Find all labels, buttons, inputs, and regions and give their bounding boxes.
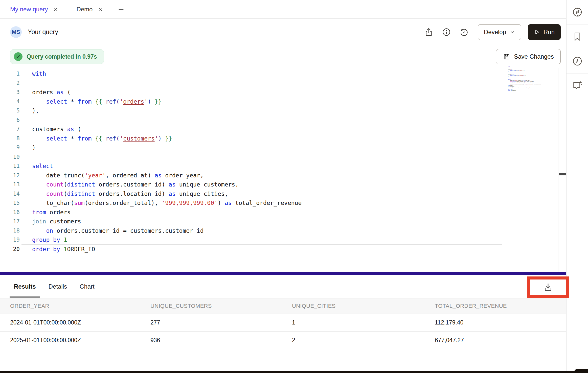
download-icon bbox=[543, 282, 553, 293]
panel-splitter[interactable] bbox=[0, 272, 566, 275]
share-button[interactable] bbox=[423, 26, 435, 38]
plus-icon bbox=[118, 6, 125, 13]
line-number: 15 bbox=[10, 198, 20, 208]
annotation-highlight bbox=[527, 276, 569, 298]
sidebar-item-bookmarks[interactable] bbox=[567, 25, 588, 49]
code-line[interactable]: to_char(sum(orders.order_total), '999,99… bbox=[32, 198, 556, 208]
table-cell: 2 bbox=[292, 337, 435, 344]
column-header: UNIQUE_CUSTOMERS bbox=[150, 303, 292, 309]
query-status-badge: Query completed in 0.97s bbox=[10, 49, 104, 64]
sidebar-item-explore[interactable] bbox=[567, 0, 588, 25]
new-tab-button[interactable] bbox=[111, 0, 131, 18]
line-number: 5 bbox=[10, 106, 20, 115]
code-line[interactable]: customers as ( bbox=[32, 125, 556, 134]
code-line[interactable] bbox=[32, 115, 556, 125]
scrollbar-handle[interactable] bbox=[559, 173, 566, 175]
editor-code[interactable]: withorders as ( select * from {{ ref('or… bbox=[32, 69, 556, 254]
line-number: 7 bbox=[10, 125, 20, 134]
code-line[interactable]: from orders bbox=[32, 208, 556, 217]
line-number: 9 bbox=[10, 143, 20, 152]
code-line[interactable] bbox=[32, 79, 556, 88]
line-number: 4 bbox=[10, 97, 20, 106]
sidebar-item-ai-assistant[interactable] bbox=[567, 74, 588, 98]
develop-dropdown[interactable]: Develop bbox=[478, 24, 521, 40]
code-line[interactable]: count(distinct orders.location_id) as un… bbox=[32, 189, 556, 199]
table-cell: 677,047.27 bbox=[435, 337, 566, 344]
share-icon bbox=[424, 27, 434, 37]
clock-icon bbox=[572, 55, 583, 67]
editor-scrollbar[interactable] bbox=[558, 68, 566, 272]
results-table: ORDER_YEARUNIQUE_CUSTOMERSUNIQUE_CITIEST… bbox=[0, 298, 566, 349]
info-icon bbox=[442, 27, 451, 37]
line-number: 16 bbox=[10, 208, 20, 217]
chevron-down-icon bbox=[510, 29, 515, 35]
close-icon[interactable] bbox=[53, 7, 58, 12]
line-number: 3 bbox=[10, 88, 20, 97]
screen-bottom-edge bbox=[0, 371, 588, 373]
run-button[interactable]: Run bbox=[528, 24, 561, 40]
right-sidebar bbox=[566, 0, 588, 373]
results-tab-details[interactable]: Details bbox=[44, 275, 71, 298]
tab-label: Demo bbox=[76, 6, 93, 13]
line-number: 8 bbox=[10, 134, 20, 143]
code-line[interactable]: with bbox=[32, 69, 556, 79]
column-header: TOTAL_ORDER_REVENUE bbox=[435, 303, 566, 309]
line-number: 12 bbox=[10, 171, 20, 180]
run-label: Run bbox=[544, 29, 555, 36]
table-cell: 936 bbox=[150, 337, 292, 344]
line-number: 17 bbox=[10, 217, 20, 226]
history-icon bbox=[459, 27, 469, 37]
code-line[interactable]: select bbox=[32, 161, 556, 171]
table-header-row: ORDER_YEARUNIQUE_CUSTOMERSUNIQUE_CITIEST… bbox=[0, 298, 566, 314]
code-line[interactable] bbox=[32, 152, 556, 162]
ai-chat-icon bbox=[572, 80, 583, 91]
code-line[interactable]: order by 1ORDER_ID bbox=[32, 245, 556, 254]
column-header: UNIQUE_CITIES bbox=[292, 303, 435, 309]
tab-label: My new query bbox=[10, 6, 48, 13]
sql-editor[interactable]: 1234567891011121314151617181920 withorde… bbox=[0, 68, 566, 272]
code-line[interactable]: join customers bbox=[32, 217, 556, 226]
code-line[interactable]: date_trunc('year', ordered_at) as order_… bbox=[32, 171, 556, 180]
table-cell: 1 bbox=[292, 319, 435, 326]
code-line[interactable]: select * from {{ ref('customers') }} bbox=[32, 134, 556, 143]
table-cell: 277 bbox=[150, 319, 292, 326]
close-icon[interactable] bbox=[98, 7, 103, 12]
line-number: 11 bbox=[10, 161, 20, 171]
line-number: 14 bbox=[10, 189, 20, 199]
save-changes-button[interactable]: Save Changes bbox=[496, 49, 561, 64]
sidebar-item-history[interactable] bbox=[567, 49, 588, 74]
results-tab-bar: ResultsDetailsChart bbox=[0, 275, 566, 298]
column-header: ORDER_YEAR bbox=[10, 303, 150, 309]
results-tab-results[interactable]: Results bbox=[10, 275, 40, 298]
code-line[interactable]: ), bbox=[32, 106, 556, 115]
history-button[interactable] bbox=[458, 26, 470, 38]
line-number: 13 bbox=[10, 180, 20, 189]
tab-demo[interactable]: Demo bbox=[66, 0, 111, 18]
results-tab-chart[interactable]: Chart bbox=[75, 275, 99, 298]
query-header: MS Your query Develop bbox=[0, 19, 566, 45]
bookmark-icon bbox=[572, 31, 583, 42]
editor-minimap[interactable]: with orders as ( select * from {{ ref('o… bbox=[508, 66, 541, 97]
save-label: Save Changes bbox=[514, 53, 554, 60]
tab-my-new-query[interactable]: My new query bbox=[0, 0, 66, 18]
code-line[interactable]: group by 1 bbox=[32, 235, 556, 245]
table-row[interactable]: 2024-01-01T00:00:00.000Z2771112,179.40 bbox=[0, 314, 566, 332]
table-cell: 112,179.40 bbox=[435, 319, 566, 326]
develop-label: Develop bbox=[484, 29, 506, 36]
code-line[interactable]: ) bbox=[32, 143, 556, 152]
line-number: 19 bbox=[10, 235, 20, 245]
code-line[interactable]: on orders.customer_id = customers.custom… bbox=[32, 226, 556, 236]
compass-icon bbox=[572, 6, 583, 18]
table-cell: 2025-01-01T00:00:00.000Z bbox=[10, 337, 150, 344]
status-row: Query completed in 0.97s Save Changes bbox=[0, 45, 566, 68]
download-results-button[interactable] bbox=[543, 282, 553, 293]
code-line[interactable]: select * from {{ ref('orders') }} bbox=[32, 97, 556, 106]
line-number: 20 bbox=[10, 245, 20, 254]
code-line[interactable]: count(distinct orders.customer_id) as un… bbox=[32, 180, 556, 189]
info-button[interactable] bbox=[440, 26, 453, 38]
line-number: 18 bbox=[10, 226, 20, 236]
play-icon bbox=[534, 29, 540, 35]
sql-ide-window: My new query Demo MS Your query bbox=[0, 0, 588, 373]
code-line[interactable]: orders as ( bbox=[32, 88, 556, 97]
table-row[interactable]: 2025-01-01T00:00:00.000Z9362677,047.27 bbox=[0, 332, 566, 349]
